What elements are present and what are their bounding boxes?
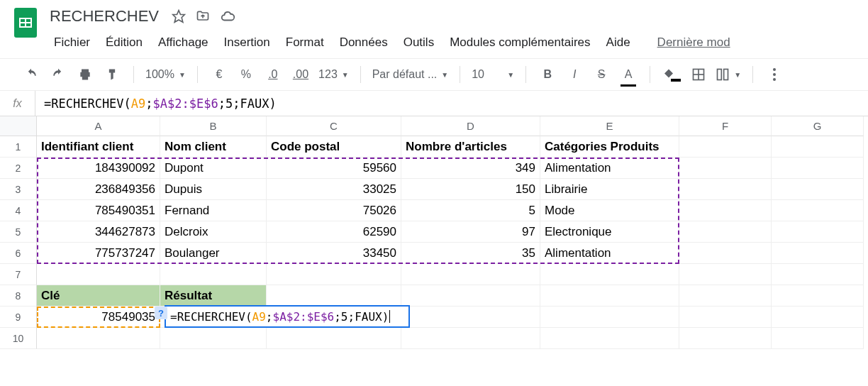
cell[interactable]: 775737247 bbox=[37, 243, 160, 264]
menu-edit[interactable]: Édition bbox=[99, 33, 150, 53]
menu-insert[interactable]: Insertion bbox=[217, 33, 277, 53]
cell[interactable] bbox=[160, 328, 267, 349]
row-header[interactable]: 9 bbox=[0, 307, 37, 328]
menu-help[interactable]: Aide bbox=[599, 33, 638, 53]
row-header[interactable]: 5 bbox=[0, 221, 37, 243]
merge-cells-button[interactable]: ▼ bbox=[716, 67, 741, 82]
cell[interactable] bbox=[679, 179, 772, 200]
cell[interactable]: Clé bbox=[37, 285, 160, 307]
cell[interactable]: Fernand bbox=[160, 200, 267, 221]
cell[interactable] bbox=[540, 285, 679, 307]
row-header[interactable]: 4 bbox=[0, 200, 37, 221]
sheets-logo[interactable] bbox=[11, 9, 40, 37]
undo-button[interactable] bbox=[21, 64, 41, 85]
cell[interactable] bbox=[679, 200, 772, 221]
cell[interactable] bbox=[772, 221, 864, 243]
cell[interactable] bbox=[772, 243, 864, 264]
cell[interactable]: 35 bbox=[401, 243, 540, 264]
cell[interactable] bbox=[401, 285, 540, 307]
row-header[interactable]: 2 bbox=[0, 158, 37, 179]
zoom-dropdown[interactable]: 100%▼ bbox=[145, 68, 186, 81]
cell[interactable]: 33025 bbox=[267, 179, 401, 200]
cell[interactable] bbox=[679, 243, 772, 264]
cell[interactable] bbox=[679, 264, 772, 285]
cell[interactable] bbox=[772, 307, 864, 328]
cell[interactable] bbox=[772, 179, 864, 200]
cell[interactable]: 184390092 bbox=[37, 158, 160, 179]
menu-data[interactable]: Données bbox=[333, 33, 395, 53]
cell[interactable] bbox=[772, 285, 864, 307]
cell[interactable] bbox=[37, 328, 160, 349]
cell[interactable] bbox=[772, 200, 864, 221]
font-size-dropdown[interactable]: 10▼ bbox=[472, 68, 514, 81]
cell[interactable]: Identifiant client bbox=[37, 136, 160, 158]
cell[interactable]: 97 bbox=[401, 221, 540, 243]
text-color-button[interactable]: A bbox=[618, 64, 638, 85]
italic-button[interactable]: I bbox=[564, 64, 584, 85]
col-header[interactable]: D bbox=[401, 116, 540, 136]
menu-file[interactable]: Fichier bbox=[47, 33, 97, 53]
formula-input[interactable]: =RECHERCHEV(A9;$A$2:$E$6;5;FAUX) bbox=[35, 96, 277, 111]
cell[interactable] bbox=[679, 328, 772, 349]
cell[interactable]: Dupont bbox=[160, 158, 267, 179]
star-icon[interactable] bbox=[172, 9, 186, 23]
col-header[interactable]: A bbox=[37, 116, 160, 136]
cell[interactable] bbox=[772, 328, 864, 349]
doc-title[interactable]: RECHERCHEV bbox=[47, 6, 162, 27]
row-header[interactable]: 7 bbox=[0, 264, 37, 285]
cell[interactable] bbox=[401, 328, 540, 349]
cell[interactable] bbox=[679, 285, 772, 307]
cell[interactable] bbox=[160, 264, 267, 285]
col-header[interactable]: F bbox=[679, 116, 772, 136]
cell[interactable]: Nom client bbox=[160, 136, 267, 158]
cell[interactable]: Alimentation bbox=[540, 243, 679, 264]
formula-edit-overlay[interactable]: =RECHERCHEV(A9;$A$2:$E$6;5;FAUX) bbox=[165, 305, 410, 328]
cell[interactable]: 344627873 bbox=[37, 221, 160, 243]
cell[interactable] bbox=[540, 264, 679, 285]
cell[interactable] bbox=[679, 221, 772, 243]
row-header[interactable]: 3 bbox=[0, 179, 37, 200]
cell[interactable] bbox=[540, 307, 679, 328]
paint-format-button[interactable] bbox=[102, 64, 122, 85]
cell[interactable] bbox=[772, 136, 864, 158]
cell[interactable] bbox=[679, 307, 772, 328]
cell[interactable] bbox=[267, 285, 401, 307]
cell[interactable] bbox=[772, 264, 864, 285]
cell[interactable]: Alimentation bbox=[540, 158, 679, 179]
cell[interactable] bbox=[37, 264, 160, 285]
cell[interactable]: Librairie bbox=[540, 179, 679, 200]
cell[interactable]: Résultat bbox=[160, 285, 267, 307]
cell[interactable]: 150 bbox=[401, 179, 540, 200]
col-header[interactable]: B bbox=[160, 116, 267, 136]
increase-decimal-button[interactable]: .00 bbox=[290, 64, 311, 85]
active-cell[interactable]: ? =RECHERCHEV(A9;$A$2:$E$6;5;FAUX) bbox=[160, 307, 267, 328]
cell[interactable] bbox=[679, 136, 772, 158]
strikethrough-button[interactable]: S bbox=[591, 64, 611, 85]
cell[interactable]: 785490351 bbox=[37, 200, 160, 221]
cell[interactable]: 78549035 bbox=[37, 307, 160, 328]
cell[interactable]: Nombre d'articles bbox=[401, 136, 540, 158]
cell[interactable]: Mode bbox=[540, 200, 679, 221]
font-dropdown[interactable]: Par défaut ...▼ bbox=[372, 68, 449, 81]
cell[interactable]: 349 bbox=[401, 158, 540, 179]
bold-button[interactable]: B bbox=[538, 64, 557, 85]
last-modified-link[interactable]: Dernière mod bbox=[657, 33, 730, 53]
row-header[interactable]: 8 bbox=[0, 285, 37, 307]
cell[interactable] bbox=[540, 328, 679, 349]
select-all-corner[interactable] bbox=[0, 116, 37, 136]
row-header[interactable]: 6 bbox=[0, 243, 37, 264]
col-header[interactable]: G bbox=[772, 116, 864, 136]
cell[interactable] bbox=[401, 307, 540, 328]
cell[interactable] bbox=[267, 328, 401, 349]
menu-view[interactable]: Affichage bbox=[151, 33, 216, 53]
row-header[interactable]: 1 bbox=[0, 136, 37, 158]
number-format-dropdown[interactable]: 123▼ bbox=[318, 68, 349, 81]
row-header[interactable]: 10 bbox=[0, 328, 37, 349]
cell[interactable]: 75026 bbox=[267, 200, 401, 221]
cell[interactable]: Electronique bbox=[540, 221, 679, 243]
cell[interactable]: Dupuis bbox=[160, 179, 267, 200]
formula-help-badge[interactable]: ? bbox=[155, 307, 167, 319]
cell[interactable]: Delcroix bbox=[160, 221, 267, 243]
cell[interactable] bbox=[772, 158, 864, 179]
fill-color-button[interactable] bbox=[662, 64, 681, 85]
